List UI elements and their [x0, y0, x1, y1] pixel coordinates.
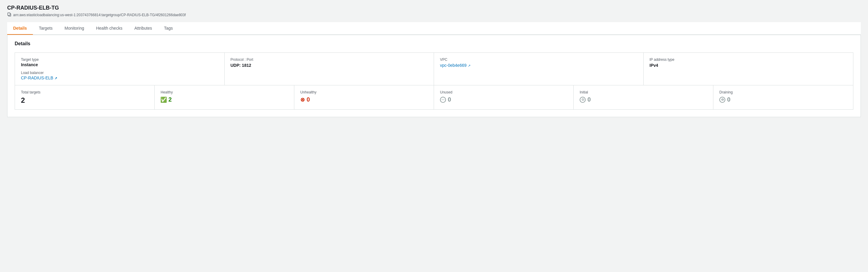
total-targets-value: 2 — [21, 96, 148, 105]
panel-title: Details — [14, 41, 854, 47]
ip-address-type-cell: IP address type IPv4 — [644, 53, 854, 85]
protocol-port-label: Protocol : Port — [230, 57, 428, 62]
initial-icon: ⊙ — [580, 97, 586, 103]
draining-icon: ⊖ — [719, 97, 725, 103]
tab-tags[interactable]: Tags — [158, 22, 179, 35]
resource-title: CP-RADIUS-ELB-TG — [7, 5, 861, 11]
draining-value: ⊖ 0 — [719, 96, 847, 103]
vpc-label: VPC — [440, 57, 638, 62]
unhealthy-icon: ⊗ — [300, 97, 305, 103]
external-link-icon: ↗ — [55, 76, 57, 80]
initial-label: Initial — [580, 90, 707, 94]
total-targets-cell: Total targets 2 — [15, 85, 155, 109]
unused-label: Unused — [440, 90, 567, 94]
unhealthy-label: Unhealthy — [300, 90, 428, 94]
vpc-link[interactable]: vpc-0eb4e669 — [440, 63, 467, 68]
initial-cell: Initial ⊙ 0 — [574, 85, 713, 109]
unused-cell: Unused ··· 0 — [434, 85, 574, 109]
copy-icon[interactable] — [7, 12, 11, 17]
protocol-port-value: UDP: 1812 — [230, 63, 428, 68]
vpc-cell: VPC vpc-0eb4e669 ↗ — [434, 53, 644, 85]
resource-arn-text: arn:aws:elasticloadbalancing:us-west-1:2… — [13, 13, 186, 17]
protocol-port-cell: Protocol : Port UDP: 1812 — [225, 53, 434, 85]
tab-monitoring[interactable]: Monitoring — [59, 22, 90, 35]
load-balancer-link[interactable]: CP-RADIUS-ELB — [21, 76, 53, 80]
healthy-value: ✅ 2 — [161, 96, 288, 103]
stats-row: Total targets 2 Healthy ✅ 2 Unhealthy ⊗ … — [14, 85, 854, 110]
load-balancer-label: Load balancer — [21, 71, 218, 75]
details-panel: Details Target type Instance Load balanc… — [7, 35, 861, 117]
unhealthy-cell: Unhealthy ⊗ 0 — [294, 85, 434, 109]
target-type-cell: Target type Instance Load balancer CP-RA… — [15, 53, 225, 85]
unused-value: ··· 0 — [440, 96, 567, 103]
vpc-external-icon: ↗ — [468, 64, 470, 67]
ip-address-type-value: IPv4 — [650, 63, 847, 68]
draining-label: Draining — [719, 90, 847, 94]
svg-rect-1 — [8, 13, 10, 16]
tab-attributes[interactable]: Attributes — [128, 22, 158, 35]
healthy-icon: ✅ — [161, 97, 166, 103]
tab-health-checks[interactable]: Health checks — [90, 22, 128, 35]
initial-value: ⊙ 0 — [580, 96, 707, 103]
ip-address-type-label: IP address type — [650, 57, 847, 62]
draining-cell: Draining ⊖ 0 — [713, 85, 853, 109]
healthy-label: Healthy — [161, 90, 288, 94]
target-type-value: Instance — [21, 62, 218, 67]
healthy-cell: Healthy ✅ 2 — [155, 85, 294, 109]
tab-details[interactable]: Details — [7, 22, 33, 35]
target-type-label: Target type — [21, 57, 218, 62]
details-top-row: Target type Instance Load balancer CP-RA… — [14, 52, 854, 85]
unused-icon: ··· — [440, 97, 446, 103]
unhealthy-value: ⊗ 0 — [300, 96, 428, 103]
total-targets-label: Total targets — [21, 90, 148, 94]
tab-targets[interactable]: Targets — [33, 22, 59, 35]
tabs-navigation: Details Targets Monitoring Health checks… — [7, 22, 861, 35]
